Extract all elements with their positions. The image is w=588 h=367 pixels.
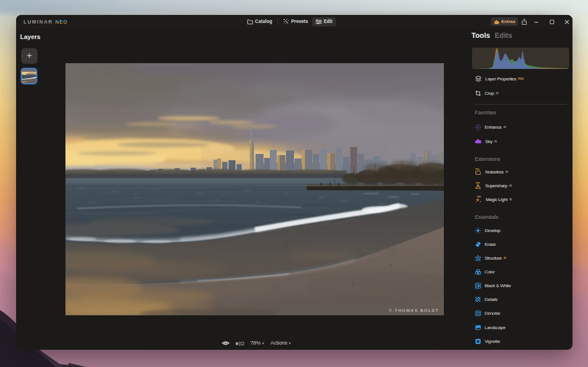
svg-text:© THOMAS BOLDT: © THOMAS BOLDT — [389, 308, 439, 313]
svg-text:PRO: PRO — [475, 168, 479, 171]
